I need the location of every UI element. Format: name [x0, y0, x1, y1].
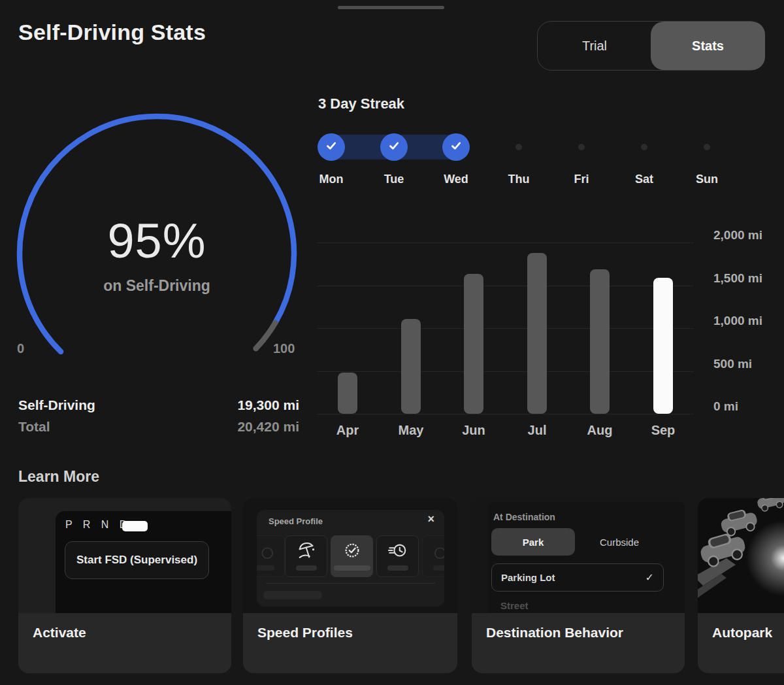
- self-driving-value: 19,300 mi: [237, 397, 299, 413]
- gauge-min-label: 0: [17, 341, 24, 356]
- total-label: Total: [18, 419, 50, 435]
- streak-day-checked: [318, 133, 345, 161]
- card-title-autopark: Autopark: [712, 625, 772, 641]
- day-streak: 3 Day Streak MonTueWedThuFriSatSun: [317, 92, 784, 199]
- chart-ytick-label: 0 mi: [713, 399, 784, 414]
- tile-label-pill: [387, 565, 408, 571]
- speed-tile-partial-right: [422, 535, 444, 577]
- card-title-activate: Activate: [33, 625, 86, 641]
- card-footer: Autopark: [698, 613, 784, 673]
- streak-day-unchecked-dot: [515, 144, 522, 150]
- card-footer: Activate: [18, 613, 231, 673]
- chill-icon: [297, 541, 316, 563]
- chart-xlabel: Apr: [321, 423, 374, 438]
- speed-tile-standard-selected: [331, 535, 373, 577]
- page-title: Self-Driving Stats: [18, 20, 206, 45]
- gauge-caption: on Self-Driving: [0, 277, 314, 295]
- speed-tile-partial-left: [257, 535, 285, 577]
- streak-day-label: Thu: [493, 173, 545, 186]
- parking-lot-label: Parking Lot: [501, 572, 555, 583]
- start-fsd-button-preview: Start FSD (Supervised): [65, 541, 209, 579]
- chart-xlabel: Aug: [574, 423, 626, 438]
- streak-day-label: Sat: [618, 173, 670, 186]
- speed-profile-dialog-preview: Speed Profile ×: [257, 510, 444, 607]
- card-title-speed-profiles: Speed Profiles: [257, 625, 353, 641]
- chart-bar-jun: [464, 274, 483, 414]
- chart-ytick-label: 1,500 mi: [713, 271, 784, 286]
- gear-indicator-pill: [122, 521, 148, 531]
- total-value: 20,420 mi: [237, 419, 299, 435]
- speed-tile-chill: [285, 535, 327, 577]
- check-icon: [387, 139, 401, 156]
- streak-day-label: Fri: [555, 173, 608, 186]
- gear-selector-label: P R N D: [65, 519, 131, 531]
- view-toggle: Trial Stats: [537, 21, 764, 71]
- chart-ytick-label: 2,000 mi: [713, 227, 784, 243]
- tab-stats[interactable]: Stats: [651, 22, 765, 70]
- chart-gridline: [317, 414, 694, 414]
- streak-day-label: Sun: [681, 173, 733, 186]
- learn-more-title: Learn More: [18, 468, 99, 486]
- standard-icon: [342, 541, 362, 563]
- chart-bar-jul: [527, 253, 547, 414]
- streak-day-unchecked-dot: [704, 144, 710, 150]
- tab-trial[interactable]: Trial: [538, 22, 651, 70]
- tile-label-pill: [257, 565, 274, 571]
- streak-day-label: Wed: [430, 173, 482, 186]
- chart-bar-aug: [590, 269, 610, 414]
- autopark-cars-illustration: [698, 498, 784, 613]
- tile-label-pill: [334, 565, 370, 571]
- partial-profile-icon: [257, 545, 273, 566]
- at-destination-label: At Destination: [493, 512, 555, 522]
- chart-gridline: [317, 371, 694, 372]
- streak-day-label: Tue: [368, 173, 420, 186]
- card-title-destination-behavior: Destination Behavior: [486, 625, 623, 641]
- speed-profile-dialog-title: Speed Profile: [269, 516, 323, 526]
- mileage-totals: Self-Driving 19,300 mi Total 20,420 mi: [18, 397, 299, 435]
- chart-gridline: [317, 242, 694, 243]
- chart-xlabel: May: [385, 423, 437, 438]
- card-footer: Speed Profiles: [243, 613, 457, 673]
- card-speed-profiles[interactable]: Speed Profile ×: [243, 498, 457, 673]
- card-activate[interactable]: P R N D Start FSD (Supervised) Activate: [18, 498, 231, 673]
- chart-bar-sep: [653, 278, 673, 414]
- destination-preview: At Destination Park Curbside Parking Lot…: [489, 502, 685, 613]
- gauge-max-label: 100: [273, 341, 295, 356]
- tile-label-pill: [296, 565, 317, 571]
- streak-day-checked: [442, 133, 470, 161]
- self-driving-row: Self-Driving 19,300 mi: [18, 397, 299, 413]
- street-option-partial: Street: [500, 600, 529, 611]
- close-icon: ×: [427, 512, 434, 526]
- dialog-divider: [266, 583, 435, 584]
- miles-bar-chart: AprMayJunJulAugSep 2,000 mi1,500 mi1,000…: [317, 229, 784, 444]
- partial-profile-icon: [434, 545, 445, 566]
- self-driving-gauge: 95% on Self-Driving 0 100: [0, 105, 314, 379]
- chart-ytick-label: 500 mi: [713, 356, 784, 372]
- curbside-segment: Curbside: [575, 528, 664, 556]
- streak-title: 3 Day Streak: [318, 95, 404, 112]
- chart-xlabel: Sep: [637, 423, 689, 438]
- chart-gridline: [317, 328, 694, 329]
- card-autopark[interactable]: Autopark: [698, 498, 784, 673]
- gauge-arc-remainder: [256, 323, 276, 348]
- tile-label-pill: [433, 565, 445, 571]
- chart-gridline: [317, 286, 694, 286]
- streak-day-label: Mon: [305, 173, 357, 186]
- streak-day-checked: [380, 133, 408, 161]
- gauge-value: 95%: [0, 213, 314, 269]
- self-driving-label: Self-Driving: [18, 397, 95, 413]
- drag-handle[interactable]: [338, 6, 444, 9]
- parking-lot-option-row: Parking Lot ✓: [491, 563, 664, 592]
- checkmark-icon: ✓: [645, 571, 654, 584]
- card-destination-behavior[interactable]: At Destination Park Curbside Parking Lot…: [472, 498, 685, 673]
- check-icon: [324, 139, 338, 156]
- check-icon: [449, 139, 463, 156]
- chart-xlabel: Jun: [448, 423, 500, 438]
- dialog-caption-pill: [263, 591, 322, 599]
- chart-bar-may: [401, 319, 421, 414]
- self-driving-stats-panel: Self-Driving Stats Trial Stats 95% on Se…: [0, 0, 784, 685]
- chart-bar-apr: [338, 373, 357, 414]
- park-segment-selected: Park: [491, 528, 575, 556]
- speed-tile-hurry: [376, 535, 419, 577]
- streak-day-unchecked-dot: [578, 144, 585, 150]
